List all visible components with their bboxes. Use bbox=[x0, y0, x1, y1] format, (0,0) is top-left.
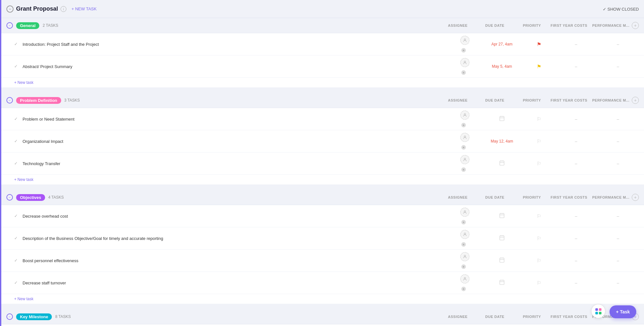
task-due-date[interactable]: May 12, 4am bbox=[481, 139, 523, 143]
task-priority[interactable]: ⚐ bbox=[523, 258, 555, 264]
table-row[interactable]: ✓ Technology Transfer + ⚐ – bbox=[1, 153, 644, 175]
avatar[interactable] bbox=[460, 252, 469, 261]
task-check-icon[interactable]: ✓ bbox=[14, 42, 19, 47]
table-row[interactable]: ✓ Decrease staff turnover + ⚐ – bbox=[1, 272, 644, 294]
add-assignee-icon[interactable]: + bbox=[461, 167, 466, 172]
apps-button[interactable] bbox=[591, 304, 605, 318]
task-first-year-cost[interactable]: – bbox=[555, 258, 597, 263]
table-row[interactable]: ✓ Abstract/ Project Summary + May 5, 4am… bbox=[1, 55, 644, 78]
task-due-date[interactable] bbox=[481, 160, 523, 167]
add-column-button-1[interactable]: + bbox=[632, 97, 639, 104]
add-assignee-icon[interactable]: + bbox=[461, 287, 466, 291]
avatar[interactable] bbox=[460, 36, 469, 45]
add-assignee-icon[interactable]: + bbox=[461, 220, 466, 224]
section-toggle-milestone[interactable]: − bbox=[6, 313, 13, 320]
avatar[interactable] bbox=[460, 230, 469, 239]
task-priority[interactable]: ⚐ bbox=[523, 235, 555, 242]
task-check-icon[interactable]: ✓ bbox=[14, 116, 19, 122]
table-row[interactable]: ✓ Introduction: Project Staff and the Pr… bbox=[1, 33, 644, 55]
task-assignee[interactable]: + bbox=[449, 36, 481, 53]
section-toggle-objectives[interactable]: − bbox=[6, 194, 13, 201]
task-priority[interactable]: ⚐ bbox=[523, 116, 555, 122]
task-assignee[interactable]: + bbox=[449, 133, 481, 150]
section-badge-objectives[interactable]: Objectives bbox=[16, 194, 45, 201]
avatar[interactable] bbox=[460, 208, 469, 217]
task-performance[interactable]: – bbox=[597, 64, 639, 69]
task-performance[interactable]: – bbox=[597, 214, 639, 219]
table-row[interactable]: ✓ Completed the execution stage + May 1,… bbox=[1, 324, 644, 326]
section-badge-milestone[interactable]: Key Milestone bbox=[16, 313, 52, 320]
float-task-button[interactable]: + Task bbox=[610, 305, 636, 318]
add-assignee-icon[interactable]: + bbox=[461, 48, 466, 53]
task-check-icon[interactable]: ✓ bbox=[14, 213, 19, 219]
add-assignee-icon[interactable]: + bbox=[461, 145, 466, 150]
table-row[interactable]: ✓ Decrease overhead cost + ⚐ – bbox=[1, 205, 644, 227]
task-performance[interactable]: – bbox=[597, 117, 639, 122]
table-row[interactable]: ✓ Boost personnel effectiveness + ⚐ bbox=[1, 250, 644, 272]
task-first-year-cost[interactable]: – bbox=[555, 139, 597, 144]
task-priority[interactable]: ⚑ bbox=[523, 64, 555, 70]
add-task-row[interactable]: + New task bbox=[1, 294, 644, 304]
task-assignee[interactable]: + bbox=[449, 274, 481, 291]
task-performance[interactable]: – bbox=[597, 42, 639, 47]
add-assignee-icon[interactable]: + bbox=[461, 70, 466, 75]
task-due-date[interactable] bbox=[481, 212, 523, 220]
table-row[interactable]: ✓ Problem or Need Statement ☰ + ⚐ bbox=[1, 108, 644, 130]
task-first-year-cost[interactable]: – bbox=[555, 281, 597, 285]
show-closed-button[interactable]: ✓ SHOW CLOSED bbox=[603, 6, 639, 11]
avatar[interactable] bbox=[460, 133, 469, 142]
task-priority[interactable]: ⚐ bbox=[523, 213, 555, 219]
add-assignee-icon[interactable]: + bbox=[461, 123, 466, 127]
info-icon[interactable]: i bbox=[61, 6, 66, 12]
avatar[interactable] bbox=[460, 58, 469, 67]
add-task-row[interactable]: + New task bbox=[1, 78, 644, 88]
add-assignee-icon[interactable]: + bbox=[461, 264, 466, 269]
new-task-button[interactable]: + NEW TASK bbox=[69, 5, 99, 13]
avatar[interactable] bbox=[460, 155, 469, 164]
table-row[interactable]: ✓ Description of the Business Objective/… bbox=[1, 227, 644, 250]
task-performance[interactable]: – bbox=[597, 258, 639, 263]
task-performance[interactable]: – bbox=[597, 161, 639, 166]
task-assignee[interactable]: + bbox=[449, 252, 481, 269]
task-assignee[interactable]: + bbox=[449, 230, 481, 247]
task-assignee[interactable]: + bbox=[449, 111, 481, 127]
add-column-button-2[interactable]: + bbox=[632, 194, 639, 201]
add-assignee-icon[interactable]: + bbox=[461, 242, 466, 247]
section-badge-problem[interactable]: Problem Definition bbox=[16, 97, 61, 104]
task-due-date[interactable]: Apr 27, 4am bbox=[481, 42, 523, 46]
task-check-icon[interactable]: ✓ bbox=[14, 139, 19, 144]
task-priority[interactable]: ⚐ bbox=[523, 280, 555, 286]
section-toggle-general[interactable]: − bbox=[6, 22, 13, 29]
task-first-year-cost[interactable]: – bbox=[555, 117, 597, 122]
task-assignee[interactable]: + bbox=[449, 58, 481, 75]
task-assignee[interactable]: + bbox=[449, 208, 481, 224]
avatar[interactable] bbox=[460, 111, 469, 120]
add-column-button-0[interactable]: + bbox=[632, 22, 639, 29]
task-first-year-cost[interactable]: – bbox=[555, 214, 597, 219]
task-check-icon[interactable]: ✓ bbox=[14, 280, 19, 285]
avatar[interactable] bbox=[460, 274, 469, 283]
task-priority[interactable]: ⚐ bbox=[523, 161, 555, 167]
task-due-date[interactable] bbox=[481, 257, 523, 264]
section-toggle-problem[interactable]: − bbox=[6, 97, 13, 104]
task-first-year-cost[interactable]: – bbox=[555, 42, 597, 47]
task-priority[interactable]: ⚐ bbox=[523, 138, 555, 144]
task-due-date[interactable] bbox=[481, 279, 523, 286]
task-check-icon[interactable]: ✓ bbox=[14, 258, 19, 263]
task-assignee[interactable]: + bbox=[449, 155, 481, 172]
section-badge-general[interactable]: General bbox=[16, 22, 39, 29]
add-task-row[interactable]: + New task bbox=[1, 175, 644, 185]
task-performance[interactable]: – bbox=[597, 236, 639, 241]
task-performance[interactable]: – bbox=[597, 281, 639, 285]
task-due-date[interactable] bbox=[481, 115, 523, 123]
task-due-date[interactable] bbox=[481, 235, 523, 242]
task-priority[interactable]: ⚑ bbox=[523, 41, 555, 47]
collapse-button[interactable]: − bbox=[6, 5, 14, 13]
task-first-year-cost[interactable]: – bbox=[555, 236, 597, 241]
table-row[interactable]: ✓ Organizational Impact + May 12, 4am ⚐ … bbox=[1, 130, 644, 153]
task-first-year-cost[interactable]: – bbox=[555, 64, 597, 69]
task-due-date[interactable]: May 5, 4am bbox=[481, 64, 523, 69]
task-check-icon[interactable]: ✓ bbox=[14, 161, 19, 166]
task-first-year-cost[interactable]: – bbox=[555, 161, 597, 166]
task-check-icon[interactable]: ✓ bbox=[14, 236, 19, 241]
